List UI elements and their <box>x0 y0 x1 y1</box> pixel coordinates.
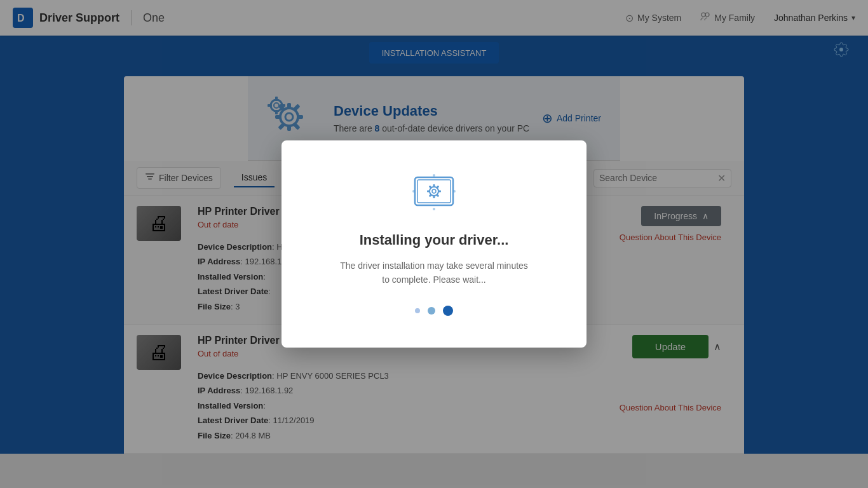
svg-rect-32 <box>436 185 440 189</box>
loading-dot-1 <box>415 308 420 313</box>
svg-point-37 <box>453 190 456 193</box>
modal-overlay: Installing your driver... The driver ins… <box>0 0 868 488</box>
loading-dot-3 <box>443 306 453 316</box>
svg-rect-28 <box>433 184 435 187</box>
svg-rect-31 <box>427 190 430 192</box>
installing-modal: Installing your driver... The driver ins… <box>281 140 587 348</box>
modal-icon <box>320 172 548 219</box>
loading-dot-2 <box>428 307 435 315</box>
svg-rect-33 <box>429 185 433 189</box>
loading-dots <box>320 306 548 316</box>
svg-rect-29 <box>433 195 435 198</box>
svg-rect-25 <box>417 180 451 203</box>
svg-point-36 <box>412 190 415 193</box>
svg-rect-30 <box>438 190 441 192</box>
svg-point-39 <box>433 208 435 210</box>
svg-rect-35 <box>429 193 433 197</box>
svg-rect-24 <box>415 177 453 205</box>
svg-rect-34 <box>436 193 440 197</box>
modal-title: Installing your driver... <box>320 232 548 248</box>
modal-description: The driver installation may take several… <box>320 259 548 287</box>
svg-point-38 <box>433 174 435 177</box>
svg-point-27 <box>432 189 436 193</box>
